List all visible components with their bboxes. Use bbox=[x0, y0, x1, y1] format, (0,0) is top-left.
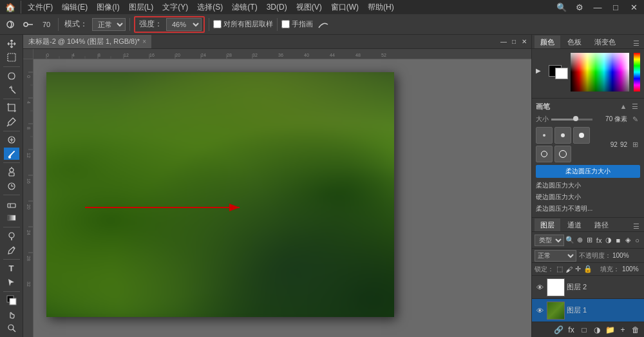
panel-options-btn[interactable]: ☰ bbox=[631, 38, 641, 48]
blend-mode-select[interactable]: 正常 bbox=[535, 250, 576, 262]
layers-filter-icon[interactable]: ⊕ bbox=[576, 235, 584, 246]
tool-eyedropper[interactable] bbox=[4, 115, 19, 128]
brush-option-2[interactable]: 硬边圆压力大小 bbox=[536, 191, 640, 203]
tool-magic-wand[interactable] bbox=[4, 83, 19, 96]
layers-filter-color-icon[interactable]: ■ bbox=[614, 235, 622, 246]
brush-size-slider[interactable] bbox=[551, 119, 592, 120]
tool-path-select[interactable] bbox=[4, 276, 19, 289]
tab-color[interactable]: 颜色 bbox=[535, 35, 560, 48]
layer-mask-btn[interactable]: □ bbox=[578, 324, 590, 336]
tab-swatches[interactable]: 色板 bbox=[562, 35, 587, 48]
menu-help[interactable]: 帮助(H) bbox=[364, 1, 398, 14]
tool-zoom[interactable] bbox=[4, 322, 19, 335]
layers-filter-fx-icon[interactable]: fx bbox=[595, 235, 603, 246]
brush-size-edit-btn[interactable]: ✎ bbox=[630, 114, 640, 124]
brush-option-3[interactable]: 柔边圆压力不透明... bbox=[536, 203, 640, 215]
layers-panel-options-btn[interactable]: ☰ bbox=[631, 221, 641, 231]
tool-hand[interactable] bbox=[4, 308, 19, 321]
tool-dodge[interactable] bbox=[4, 230, 19, 243]
tool-lasso[interactable] bbox=[4, 70, 19, 82]
tab-channels[interactable]: 通道 bbox=[562, 218, 587, 231]
menu-select[interactable]: 选择(S) bbox=[193, 1, 227, 14]
options-btn[interactable]: ⚙ bbox=[572, 0, 587, 15]
color-gradient-picker[interactable] bbox=[571, 53, 629, 91]
tool-marquee[interactable] bbox=[4, 52, 19, 64]
lock-transparent-btn[interactable]: ⬚ bbox=[556, 265, 563, 273]
tool-color-fg[interactable] bbox=[4, 294, 19, 307]
background-color[interactable] bbox=[555, 68, 568, 79]
tool-clone-stamp[interactable] bbox=[4, 166, 19, 178]
tool-healing[interactable] bbox=[4, 133, 19, 146]
menu-window[interactable]: 窗口(W) bbox=[327, 1, 363, 14]
tool-move[interactable] bbox=[4, 37, 19, 50]
brush-pressure-icon[interactable] bbox=[316, 17, 331, 32]
layer-group-btn[interactable]: 📁 bbox=[604, 324, 616, 336]
mode-select[interactable]: 正常 bbox=[92, 18, 126, 31]
menu-filter[interactable]: 滤镜(T) bbox=[228, 1, 261, 14]
brush-preset-4[interactable] bbox=[536, 146, 553, 162]
tool-eraser[interactable] bbox=[4, 198, 19, 211]
brush-extra-btn[interactable]: ⊞ bbox=[630, 140, 640, 150]
menu-image[interactable]: 图像(I) bbox=[93, 1, 123, 14]
lock-pixels-btn[interactable]: 🖌 bbox=[565, 265, 573, 273]
brush-selected-name[interactable]: 柔边圆压力大小 bbox=[536, 165, 640, 178]
color-play-btn[interactable]: ▶ bbox=[536, 67, 546, 77]
close-btn[interactable]: ✕ bbox=[626, 0, 641, 15]
layers-toggle-btn[interactable]: ○ bbox=[633, 235, 641, 246]
brush-panel-collapse-btn[interactable]: ▲ bbox=[618, 101, 629, 111]
layer-row-2[interactable]: 👁 图层 2 bbox=[532, 276, 644, 299]
brush-preset-2[interactable] bbox=[554, 127, 571, 144]
search-btn[interactable]: 🔍 bbox=[554, 0, 569, 15]
layer-1-visibility-btn[interactable]: 👁 bbox=[535, 305, 545, 316]
tab-layers[interactable]: 图层 bbox=[535, 218, 560, 231]
color-swatches[interactable] bbox=[549, 65, 568, 79]
lock-all-btn[interactable]: 🔒 bbox=[583, 265, 592, 273]
layers-filter-select[interactable]: 类型 bbox=[535, 235, 564, 246]
document-tab[interactable]: 未标题-2 @ 104% (图层 1, RGB/8)* × bbox=[23, 35, 152, 48]
layer-new-btn[interactable]: + bbox=[617, 324, 629, 336]
menu-type[interactable]: 文字(Y) bbox=[158, 1, 192, 14]
tool-text[interactable]: T bbox=[4, 262, 19, 275]
doc-minimize-btn[interactable]: — bbox=[499, 37, 508, 46]
tool-crop[interactable] bbox=[4, 102, 19, 115]
tab-gradients[interactable]: 渐变色 bbox=[589, 35, 621, 48]
brush-preset-3[interactable] bbox=[573, 127, 590, 144]
layer-delete-btn[interactable]: 🗑 bbox=[630, 324, 641, 336]
layers-filter-adj-icon[interactable]: ◑ bbox=[605, 235, 613, 246]
sample-all-checkbox[interactable] bbox=[213, 20, 222, 28]
color-spectrum-strip[interactable] bbox=[634, 53, 640, 91]
layers-filter-smart-icon[interactable]: ◈ bbox=[623, 235, 632, 246]
layer-fx-btn[interactable]: fx bbox=[565, 324, 577, 336]
layer-adjustment-btn[interactable]: ◑ bbox=[591, 324, 603, 336]
layers-search-icon[interactable]: 🔍 bbox=[565, 235, 574, 246]
doc-close-btn[interactable]: × bbox=[142, 38, 146, 45]
lock-position-btn[interactable]: ✛ bbox=[575, 265, 581, 273]
home-btn[interactable]: 🏠 bbox=[3, 0, 18, 15]
layer-2-visibility-btn[interactable]: 👁 bbox=[535, 282, 545, 293]
strength-select[interactable]: 46% bbox=[166, 18, 202, 31]
canvas-viewport[interactable] bbox=[33, 59, 531, 337]
menu-edit[interactable]: 编辑(E) bbox=[58, 1, 91, 14]
menu-layer[interactable]: 图层(L) bbox=[125, 1, 158, 14]
hand-draw-checkbox[interactable] bbox=[281, 20, 290, 28]
brush-preset-5[interactable] bbox=[554, 146, 571, 162]
brush-options-icon[interactable] bbox=[21, 17, 36, 32]
menu-view[interactable]: 视图(V) bbox=[292, 1, 326, 14]
doc-restore-btn[interactable]: □ bbox=[509, 37, 518, 46]
tool-brush[interactable] bbox=[4, 148, 19, 160]
layers-filter-type-icon[interactable]: ⊞ bbox=[585, 235, 594, 246]
tool-history-brush-icon[interactable] bbox=[3, 17, 18, 32]
brush-size-icon[interactable]: 70 bbox=[39, 17, 54, 32]
layer-link-btn[interactable]: 🔗 bbox=[553, 324, 564, 336]
tab-paths[interactable]: 路径 bbox=[589, 218, 614, 231]
menu-file[interactable]: 文件(F) bbox=[24, 1, 57, 14]
tool-pen[interactable] bbox=[4, 244, 19, 256]
minimize-btn[interactable]: — bbox=[590, 0, 605, 15]
maximize-btn[interactable]: □ bbox=[608, 0, 623, 15]
tool-gradient[interactable] bbox=[4, 212, 19, 225]
brush-preset-1[interactable] bbox=[536, 127, 553, 144]
brush-panel-options-btn[interactable]: ☰ bbox=[630, 101, 640, 111]
menu-3d[interactable]: 3D(D) bbox=[263, 1, 291, 13]
doc-close-x-btn[interactable]: ✕ bbox=[520, 37, 529, 46]
tool-history[interactable] bbox=[4, 180, 19, 193]
